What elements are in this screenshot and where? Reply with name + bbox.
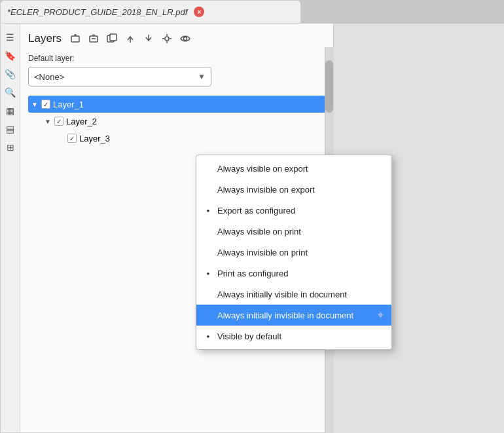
menu-label-print-as-configured: Print as configured xyxy=(217,269,381,278)
layer-name-layer3: Layer_3 xyxy=(79,134,110,143)
layer-item-layer2[interactable]: ▼ Layer_2 xyxy=(41,113,325,130)
layer-item-layer3[interactable]: ▶ Layer_3 xyxy=(54,130,325,147)
svg-rect-0 xyxy=(71,36,79,42)
default-layer-value: <None> xyxy=(34,72,64,82)
menu-item-always-visible-export[interactable]: Always visible on export xyxy=(196,158,391,179)
visibility-button[interactable] xyxy=(178,31,192,46)
bullet-always-visible-export xyxy=(204,164,212,172)
title-bar: *ECLER_PRODUCT_GUIDE_2018_EN_LR.pdf × xyxy=(0,0,301,24)
sidebar-icon-pages2[interactable]: ⊞ xyxy=(3,140,18,155)
default-layer-dropdown[interactable]: <None> ▼ xyxy=(28,67,211,86)
menu-item-always-visible-print[interactable]: Always visible on print xyxy=(196,221,391,242)
close-button[interactable]: × xyxy=(194,7,204,17)
menu-label-always-initially-visible: Always initially visible in document xyxy=(217,290,381,299)
context-menu: Always visible on export Always invisibl… xyxy=(196,155,392,350)
checkbox-layer1[interactable] xyxy=(41,100,50,109)
bullet-always-invisible-print xyxy=(204,248,212,256)
menu-item-always-invisible-print[interactable]: Always invisible on print xyxy=(196,242,391,263)
title-bar-filename: *ECLER_PRODUCT_GUIDE_2018_EN_LR.pdf xyxy=(7,7,187,17)
layer-properties-button[interactable] xyxy=(160,31,174,46)
duplicate-layer-button[interactable] xyxy=(105,31,119,46)
sidebar-icon-attachment[interactable]: 📎 xyxy=(3,67,18,81)
layer-item-layer1[interactable]: ▼ Layer_1 xyxy=(28,96,325,113)
sidebar-icon-page[interactable]: ☰ xyxy=(3,30,18,45)
menu-label-always-invisible-print: Always invisible on print xyxy=(217,248,381,257)
main-panel: ☰ 🔖 📎 🔍 ▦ ▤ ⊞ Layers xyxy=(0,24,334,433)
checkbox-layer3[interactable] xyxy=(67,134,77,143)
bullet-always-initially-visible xyxy=(204,290,212,298)
dropdown-arrow-icon: ▼ xyxy=(198,72,206,81)
sidebar-icon-fields[interactable]: ▤ xyxy=(3,122,18,136)
bullet-visible-by-default xyxy=(204,332,212,340)
menu-item-visible-by-default[interactable]: Visible by default xyxy=(196,326,391,347)
bullet-always-initially-invisible xyxy=(204,311,212,319)
menu-label-export-as-configured: Export as configured xyxy=(217,206,381,216)
menu-label-always-visible-export: Always visible on export xyxy=(217,164,381,174)
menu-item-export-as-configured[interactable]: Export as configured xyxy=(196,200,391,221)
bullet-export-as-configured xyxy=(204,206,212,214)
menu-item-always-initially-invisible[interactable]: Always initially invisible in document ⌖ xyxy=(196,305,391,326)
menu-item-print-as-configured[interactable]: Print as configured xyxy=(196,263,391,284)
sidebar-icons: ☰ 🔖 📎 🔍 ▦ ▤ ⊞ xyxy=(1,24,20,432)
menu-label-always-visible-print: Always visible on print xyxy=(217,227,381,236)
sidebar-icon-bookmark[interactable]: 🔖 xyxy=(3,48,18,63)
menu-item-always-initially-visible[interactable]: Always initially visible in document xyxy=(196,284,391,305)
bullet-print-as-configured xyxy=(204,269,212,277)
layer-name-layer2: Layer_2 xyxy=(66,117,97,126)
menu-label-always-invisible-export: Always invisible on export xyxy=(217,185,381,195)
layers-title: Layers xyxy=(28,32,62,45)
cursor-icon: ⌖ xyxy=(378,309,384,321)
layer-name-layer1: Layer_1 xyxy=(53,100,84,109)
layer-tree: ▼ Layer_1 ▼ Layer_2 ▶ Layer_3 xyxy=(28,96,325,147)
menu-item-always-invisible-export[interactable]: Always invisible on export xyxy=(196,179,391,200)
expand-arrow-layer1: ▼ xyxy=(31,100,39,108)
sidebar-icon-search[interactable]: 🔍 xyxy=(3,85,18,100)
move-down-button[interactable] xyxy=(141,31,156,46)
move-up-button[interactable] xyxy=(123,31,137,46)
content-area: Layers xyxy=(20,24,333,432)
bullet-always-visible-print xyxy=(204,227,212,235)
svg-rect-7 xyxy=(110,34,117,41)
remove-layer-button[interactable] xyxy=(86,31,101,46)
scrollbar-thumb[interactable] xyxy=(325,60,333,113)
sidebar-icon-layers[interactable]: ▦ xyxy=(3,104,18,118)
default-layer-label: Default layer: xyxy=(28,54,325,63)
add-layer-button[interactable] xyxy=(68,31,82,46)
svg-point-16 xyxy=(184,37,187,41)
bullet-always-invisible-export xyxy=(204,185,212,193)
menu-label-visible-by-default: Visible by default xyxy=(217,331,381,341)
menu-label-always-initially-invisible: Always initially invisible in document xyxy=(217,311,381,320)
checkbox-layer2[interactable] xyxy=(54,117,63,126)
svg-point-11 xyxy=(165,37,169,41)
expand-arrow-layer2: ▼ xyxy=(44,117,52,125)
layers-header: Layers xyxy=(28,31,325,46)
